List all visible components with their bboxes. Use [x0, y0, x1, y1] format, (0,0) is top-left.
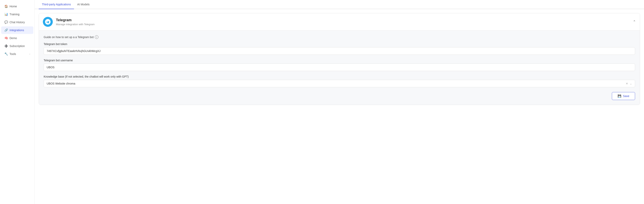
home-icon: 🏠 — [4, 4, 8, 8]
subscription-icon: ➕ — [4, 44, 8, 48]
sidebar-label-chat-history: Chat History — [10, 21, 25, 24]
sidebar-item-training[interactable]: 📊 Training — [1, 10, 33, 18]
telegram-info: Telegram Manage integration with Telegra… — [56, 18, 633, 26]
bot-token-label: Telegram bot token — [44, 42, 635, 46]
guide-text-row: Guide on how to set up a a Telegram bot … — [44, 35, 635, 39]
sidebar-item-integrations[interactable]: 🔗 Integrations — [1, 26, 33, 34]
save-label: Save — [623, 94, 629, 98]
tools-chevron-icon: › — [29, 53, 30, 55]
sidebar: 🏠 Home 📊 Training 💬 Chat History 🔗 Integ… — [0, 0, 35, 204]
tab-ai-models[interactable]: AI Models — [74, 0, 93, 9]
training-icon: 📊 — [4, 12, 8, 16]
guide-text-label: Guide on how to set up a a Telegram bot — [44, 36, 94, 39]
chevron-down-icon[interactable]: ⌄ — [630, 82, 632, 85]
bot-username-label: Telegram bot username — [44, 59, 635, 62]
tabs-bar: Third-party ApplicationsAI Models — [35, 0, 644, 9]
integrations-icon: 🔗 — [4, 28, 8, 32]
sidebar-item-tools[interactable]: 🔧 Tools › — [1, 50, 33, 58]
telegram-card: Telegram Manage integration with Telegra… — [39, 13, 640, 105]
info-icon[interactable]: i — [95, 35, 98, 39]
knowledge-base-value: UBOS Website chroma — [46, 82, 626, 85]
telegram-icon — [45, 19, 50, 24]
telegram-body: Guide on how to set up a a Telegram bot … — [39, 30, 640, 105]
bot-username-group: Telegram bot username — [44, 59, 635, 71]
content-area: Telegram Manage integration with Telegra… — [35, 9, 644, 204]
knowledge-base-group: Knowledge base (If not selected, the cha… — [44, 75, 635, 87]
knowledge-base-label: Knowledge base (If not selected, the cha… — [44, 75, 635, 78]
tools-icon: 🔧 — [4, 52, 8, 56]
telegram-logo — [43, 17, 53, 27]
sidebar-item-chat-history[interactable]: 💬 Chat History — [1, 18, 33, 26]
tab-third-party[interactable]: Third-party Applications — [39, 0, 74, 9]
bot-token-group: Telegram bot token — [44, 42, 635, 55]
knowledge-base-select[interactable]: UBOS Website chroma ✕ ⌄ — [44, 80, 635, 87]
form-actions: 💾 Save — [44, 92, 635, 100]
sidebar-label-integrations: Integrations — [10, 28, 24, 32]
sidebar-item-subscription[interactable]: ➕ Subscription — [1, 42, 33, 50]
telegram-title: Telegram — [56, 18, 633, 22]
telegram-subtitle: Manage integration with Telegram — [56, 23, 633, 26]
telegram-header[interactable]: Telegram Manage integration with Telegra… — [39, 13, 640, 30]
sidebar-label-demo: Demo — [10, 36, 17, 40]
bot-username-input[interactable] — [44, 64, 635, 71]
demo-icon: 🧠 — [4, 36, 8, 40]
sidebar-label-subscription: Subscription — [10, 44, 25, 48]
select-icons: ✕ ⌄ — [626, 82, 632, 85]
save-icon: 💾 — [618, 94, 622, 98]
main-content: Third-party ApplicationsAI Models Telegr… — [35, 0, 644, 204]
sidebar-item-home[interactable]: 🏠 Home — [1, 2, 33, 10]
sidebar-label-training: Training — [10, 13, 20, 16]
sidebar-label-home: Home — [10, 5, 17, 8]
sidebar-item-demo[interactable]: 🧠 Demo — [1, 34, 33, 42]
save-button[interactable]: 💾 Save — [612, 92, 635, 100]
chat-history-icon: 💬 — [4, 20, 8, 24]
bot-token-input[interactable] — [44, 47, 635, 55]
clear-icon[interactable]: ✕ — [626, 82, 628, 85]
sidebar-label-tools: Tools — [10, 52, 16, 56]
chevron-up-icon[interactable]: ⌃ — [633, 20, 636, 24]
